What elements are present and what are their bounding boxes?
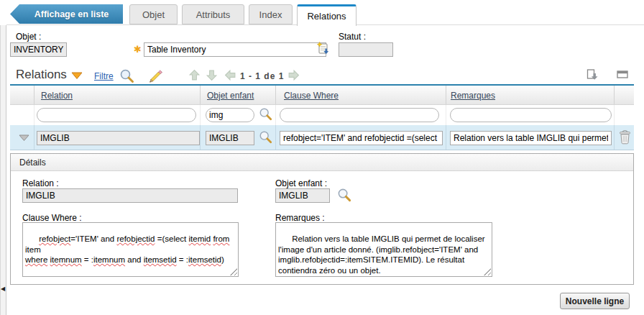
search-icon bbox=[259, 107, 272, 121]
filtre-link[interactable]: Filtre bbox=[94, 71, 114, 81]
triangle-down-icon bbox=[19, 134, 29, 142]
row-relation-input[interactable] bbox=[37, 131, 200, 145]
pagination-label: 1 - 1 de 1 bbox=[240, 71, 284, 81]
sidebar-splitter[interactable]: ◀ bbox=[0, 25, 6, 315]
table-filter-row bbox=[10, 105, 634, 125]
section-title: Relations bbox=[16, 68, 67, 82]
details-objet-enfant-label: Objet enfant : bbox=[275, 178, 327, 188]
table-header-row: Relation Objet enfant Clause Where Remar… bbox=[10, 86, 634, 105]
pencil-eraser-icon bbox=[148, 70, 164, 83]
details-objet-enfant-input[interactable] bbox=[275, 188, 330, 203]
details-relation-input[interactable] bbox=[22, 188, 238, 203]
row-clause-where-input[interactable] bbox=[280, 131, 443, 145]
column-divider bbox=[34, 86, 34, 104]
insert-value-button[interactable] bbox=[316, 42, 330, 55]
relations-page: Affichage en liste Objet Attributs Index… bbox=[0, 0, 644, 315]
column-header-objet-enfant[interactable]: Objet enfant bbox=[207, 91, 254, 101]
remarques-editor[interactable]: Relation vers la table IMGLIB qui permet… bbox=[275, 222, 492, 277]
column-header-clause-where[interactable]: Clause Where bbox=[284, 91, 339, 101]
previous-page-button[interactable] bbox=[224, 69, 236, 81]
column-divider bbox=[200, 86, 201, 104]
tab-index-label: Index bbox=[259, 9, 282, 20]
column-divider bbox=[200, 125, 201, 150]
filter-toggle-button[interactable] bbox=[71, 72, 83, 80]
statut-input[interactable] bbox=[339, 42, 393, 57]
table-row bbox=[10, 125, 634, 150]
objet-input[interactable] bbox=[10, 42, 67, 57]
column-divider bbox=[200, 105, 201, 125]
column-divider bbox=[614, 105, 615, 125]
arrow-left-icon bbox=[224, 69, 236, 81]
filter-relation-input[interactable] bbox=[37, 108, 196, 122]
filter-remarques-input[interactable] bbox=[450, 108, 612, 122]
search-icon bbox=[337, 188, 351, 202]
details-clause-where-label: Clause Where : bbox=[22, 213, 82, 223]
column-divider bbox=[275, 86, 276, 104]
column-divider bbox=[446, 105, 446, 125]
column-header-relation[interactable]: Relation bbox=[41, 91, 73, 101]
row-objet-enfant-input[interactable] bbox=[206, 131, 254, 145]
splitter-collapse-icon[interactable]: ◀ bbox=[1, 286, 5, 292]
arrow-up-icon bbox=[188, 69, 201, 81]
row-remarques-input[interactable] bbox=[450, 131, 612, 145]
tab-attributs-label: Attributs bbox=[196, 9, 231, 20]
column-header-remarques[interactable]: Remarques bbox=[451, 91, 495, 101]
clause-where-editor[interactable]: refobject='ITEM' and refobjectid =(selec… bbox=[22, 222, 239, 277]
trash-icon bbox=[619, 129, 631, 145]
statut-label: Statut : bbox=[339, 32, 366, 42]
arrow-down-icon bbox=[206, 69, 218, 81]
minimize-section-button[interactable] bbox=[617, 70, 628, 78]
next-page-button[interactable] bbox=[288, 69, 300, 81]
filter-clause-where-input[interactable] bbox=[280, 108, 439, 122]
column-divider bbox=[446, 86, 446, 104]
details-panel: Détails Relation : Objet enfant : Clause… bbox=[10, 153, 634, 285]
filter-objet-enfant-lookup-button[interactable] bbox=[259, 107, 272, 121]
relations-table: Relation Objet enfant Clause Where Remar… bbox=[10, 84, 634, 150]
search-button[interactable] bbox=[119, 68, 134, 83]
notepad-star-icon bbox=[316, 42, 330, 55]
tab-relations[interactable]: Relations bbox=[297, 4, 356, 26]
row-objet-enfant-lookup-button[interactable] bbox=[259, 130, 272, 144]
column-divider bbox=[446, 125, 446, 150]
row-expander-button[interactable] bbox=[19, 134, 29, 142]
tab-objet-label: Objet bbox=[142, 9, 165, 20]
move-down-button[interactable] bbox=[206, 69, 218, 81]
details-title: Détails bbox=[19, 158, 46, 168]
resize-grip-icon[interactable] bbox=[230, 268, 237, 275]
tab-relations-label: Relations bbox=[307, 11, 346, 22]
back-to-list-button[interactable]: Affichage en liste bbox=[10, 4, 123, 24]
tab-index[interactable]: Index bbox=[249, 4, 293, 24]
column-divider bbox=[34, 105, 34, 125]
details-panel-header: Détails bbox=[11, 154, 633, 171]
column-divider bbox=[614, 125, 615, 150]
search-icon bbox=[119, 68, 134, 83]
move-up-button[interactable] bbox=[188, 69, 201, 81]
resize-grip-icon[interactable] bbox=[484, 268, 491, 275]
filter-objet-enfant-input[interactable] bbox=[206, 108, 254, 122]
arrow-right-icon bbox=[288, 69, 300, 81]
required-star-icon: ✱ bbox=[134, 44, 142, 55]
details-objet-enfant-lookup-button[interactable] bbox=[337, 188, 351, 202]
tab-objet[interactable]: Objet bbox=[129, 4, 178, 24]
column-divider bbox=[614, 86, 615, 104]
collapse-window-icon bbox=[617, 70, 628, 78]
objet-description-input[interactable] bbox=[144, 42, 326, 57]
column-divider bbox=[275, 105, 276, 125]
details-remarques-label: Remarques : bbox=[275, 213, 325, 223]
column-divider bbox=[34, 125, 34, 150]
back-button-label: Affichage en liste bbox=[34, 9, 109, 19]
download-page-icon bbox=[586, 69, 599, 81]
remarques-text: Relation vers la table IMGLIB qui permet… bbox=[278, 234, 487, 274]
search-icon bbox=[259, 130, 272, 144]
new-row-button[interactable]: Nouvelle ligne bbox=[560, 293, 630, 309]
details-relation-label: Relation : bbox=[22, 178, 59, 188]
clear-filter-button[interactable] bbox=[148, 70, 164, 83]
objet-label: Objet : bbox=[16, 32, 41, 42]
tab-attributs[interactable]: Attributs bbox=[182, 4, 244, 24]
delete-row-button[interactable] bbox=[619, 129, 631, 145]
column-divider bbox=[275, 125, 276, 150]
export-table-button[interactable] bbox=[586, 69, 599, 81]
filter-triangle-icon bbox=[71, 72, 83, 80]
